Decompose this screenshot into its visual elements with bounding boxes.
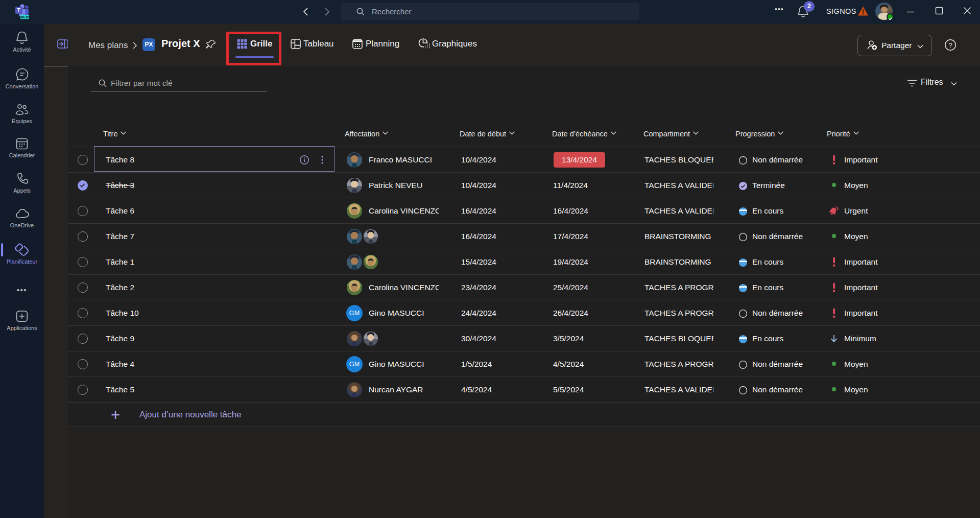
svg-text:?: ? [948, 41, 952, 49]
svg-text:NEW: NEW [21, 15, 29, 19]
svg-text:T: T [17, 7, 20, 13]
